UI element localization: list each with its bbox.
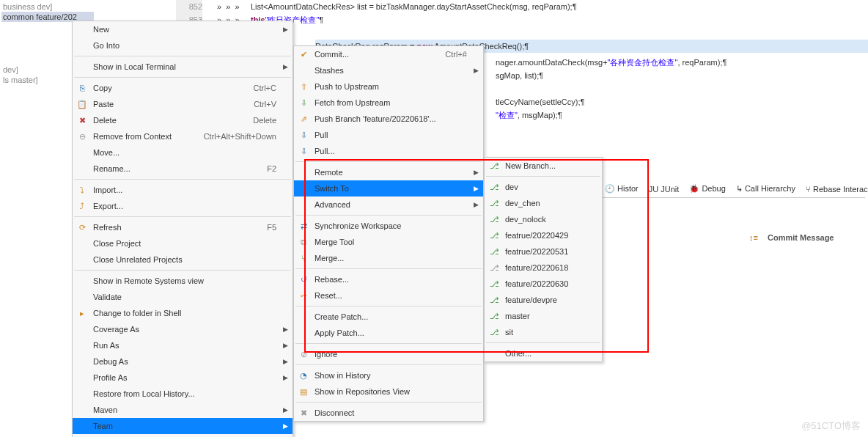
feature-20220618-icon: ⎇: [489, 262, 499, 273]
menu-item-dev-chen[interactable]: ⎇dev_chen: [485, 195, 602, 211]
menu-label: Pull...: [315, 147, 467, 155]
menu-label: Stashes: [315, 66, 467, 75]
menu-item-change-to-folder-in-shell[interactable]: ▸Change to folder in Shell: [73, 305, 293, 321]
menu-label: Show in History: [315, 371, 467, 380]
sit-icon: ⎇: [489, 327, 499, 337]
menu-item-compare-with[interactable]: Compare With▶: [73, 434, 293, 437]
menu-item-show-in-remote-systems-view[interactable]: Show in Remote Systems view: [73, 273, 293, 289]
menu-item-other[interactable]: Other...: [485, 345, 602, 361]
menu-item-fetch-from-upstream[interactable]: ⇩Fetch from Upstream: [294, 95, 483, 111]
menu-item-show-in-local-terminal[interactable]: Show in Local Terminal▶: [73, 59, 293, 75]
switch-to-submenu[interactable]: ⎇New Branch...⎇dev⎇dev_chen⎇dev_nolock⎇f…: [484, 157, 603, 362]
menu-item-delete[interactable]: ✖DeleteDelete: [73, 112, 293, 128]
menu-item-dev[interactable]: ⎇dev: [485, 179, 602, 195]
team-submenu[interactable]: ✔Commit...Ctrl+#Stashes▶⇧Push to Upstrea…: [293, 45, 484, 422]
menu-item-maven[interactable]: Maven▶: [73, 402, 293, 418]
menu-label: dev: [505, 183, 586, 191]
menu-item-go-into[interactable]: Go Into: [73, 37, 293, 54]
menu-item-switch-to[interactable]: Switch To▶: [294, 180, 483, 197]
menu-item-remove-from-context: ⊖Remove from ContextCtrl+Alt+Shift+Down: [73, 128, 293, 144]
menu-item-refresh[interactable]: ⟳RefreshF5: [73, 219, 293, 235]
context-menu[interactable]: New▶Go IntoShow in Local Terminal▶⎘CopyC…: [72, 21, 293, 437]
menu-item-feature-devpre[interactable]: ⎇feature/devpre: [485, 292, 602, 308]
menu-item-disconnect[interactable]: ✖Disconnect: [294, 405, 483, 421]
tab-junit[interactable]: JU JUnit: [649, 185, 680, 194]
menu-item-apply-patch[interactable]: Apply Patch...: [294, 325, 483, 341]
menu-item-coverage-as[interactable]: Coverage As▶: [73, 321, 293, 337]
menu-item-reset[interactable]: ⤺Reset...: [294, 287, 483, 304]
menu-item-master[interactable]: ⎇master: [485, 308, 602, 324]
disconnect-icon: ✖: [298, 408, 309, 418]
tree-item[interactable]: business dev]: [1, 1, 94, 12]
submenu-arrow-icon: ▶: [474, 169, 479, 176]
menu-item-rename[interactable]: Rename...F2: [73, 161, 293, 177]
feature-devpre-icon: ⎇: [489, 295, 499, 305]
menu-item-merge[interactable]: ⑂Merge...: [294, 250, 483, 266]
new-branch--icon: ⎇: [489, 161, 499, 171]
sort-icon[interactable]: ↕≡: [749, 233, 758, 242]
menu-item-export[interactable]: ⤴Export...: [73, 198, 293, 214]
menu-label: Remove from Context: [93, 132, 186, 141]
ignore-icon: ⊘: [298, 349, 309, 359]
menu-item-new[interactable]: New▶: [73, 21, 293, 37]
menu-item-commit[interactable]: ✔Commit...Ctrl+#: [294, 46, 483, 62]
menu-item-merge-tool: ⧉Merge Tool: [294, 234, 483, 250]
featrue-20220429-icon: ⎇: [489, 230, 499, 240]
menu-label: Delete: [93, 116, 235, 125]
tab-call-hierarchy[interactable]: ↳ Call Hierarchy: [736, 184, 795, 194]
menu-item-copy[interactable]: ⎘CopyCtrl+C: [73, 80, 293, 96]
menu-item-push-branch-feature-20220618[interactable]: ⇗Push Branch 'feature/20220618'...: [294, 111, 483, 127]
menu-item-show-in-repositories-view[interactable]: ▤Show in Repositories View: [294, 383, 483, 400]
menu-shortcut: Ctrl+#: [445, 50, 467, 59]
paste-icon: 📋: [77, 99, 87, 109]
menu-item-run-as[interactable]: Run As▶: [73, 337, 293, 353]
menu-label: Rebase...: [315, 275, 467, 284]
menu-item-advanced[interactable]: Advanced▶: [294, 197, 483, 213]
menu-label: Synchronize Workspace: [315, 221, 467, 230]
menu-label: featrue/20220429: [505, 231, 586, 240]
menu-label: New Branch...: [505, 161, 586, 170]
menu-item-show-in-history[interactable]: ◔Show in History: [294, 367, 483, 383]
menu-item-push-to-upstream[interactable]: ⇧Push to Upstream: [294, 78, 483, 95]
submenu-arrow-icon: ▶: [283, 374, 288, 381]
submenu-arrow-icon: ▶: [474, 201, 479, 208]
menu-item-stashes[interactable]: Stashes▶: [294, 62, 483, 78]
menu-label: Show in Local Terminal: [93, 62, 276, 71]
menu-item-debug-as[interactable]: Debug As▶: [73, 353, 293, 370]
tab-rebase[interactable]: ⑂ Rebase Interactive: [806, 185, 868, 194]
show-in-history-icon: ◔: [298, 370, 309, 381]
menu-item-pull[interactable]: ⇩Pull...: [294, 143, 483, 159]
menu-item-team[interactable]: Team▶: [73, 418, 293, 434]
menu-item-profile-as[interactable]: Profile As▶: [73, 370, 293, 386]
menu-item-dev-nolock[interactable]: ⎇dev_nolock: [485, 211, 602, 227]
watermark: @51CTO博客: [801, 419, 861, 433]
tab-history[interactable]: 🕘 Histor: [605, 184, 639, 194]
menu-item-create-patch[interactable]: Create Patch...: [294, 309, 483, 325]
menu-item-synchronize-workspace[interactable]: ⇄Synchronize Workspace: [294, 218, 483, 234]
reset--icon: ⤺: [298, 290, 309, 301]
menu-item-feature-20220630[interactable]: ⎇feature/20220630: [485, 276, 602, 292]
menu-label: Maven: [93, 405, 276, 414]
menu-item-close-project[interactable]: Close Project: [73, 235, 293, 251]
menu-label: featrue/20220531: [505, 247, 586, 256]
menu-item-validate[interactable]: Validate: [73, 289, 293, 305]
menu-label: Rename...: [93, 164, 249, 173]
menu-item-featrue-20220429[interactable]: ⎇featrue/20220429: [485, 227, 602, 243]
menu-shortcut: Delete: [253, 116, 276, 125]
menu-item-close-unrelated-projects[interactable]: Close Unrelated Projects: [73, 251, 293, 268]
menu-label: dev_chen: [505, 199, 586, 208]
menu-item-ignore[interactable]: ⊘Ignore: [294, 346, 483, 362]
menu-label: Team: [93, 422, 276, 430]
menu-item-restore-from-local-history[interactable]: Restore from Local History...: [73, 386, 293, 402]
menu-item-rebase[interactable]: ↺Rebase...: [294, 271, 483, 287]
menu-item-import[interactable]: ⤵Import...: [73, 182, 293, 198]
menu-item-pull[interactable]: ⇩Pull: [294, 127, 483, 143]
menu-item-remote[interactable]: Remote▶: [294, 164, 483, 180]
menu-label: feature/devpre: [505, 295, 586, 304]
submenu-arrow-icon: ▶: [283, 63, 288, 70]
tab-debug[interactable]: 🐞 Debug: [689, 184, 725, 194]
menu-item-move[interactable]: Move...: [73, 144, 293, 161]
menu-item-featrue-20220531[interactable]: ⎇featrue/20220531: [485, 243, 602, 260]
menu-item-sit[interactable]: ⎇sit: [485, 324, 602, 340]
menu-item-new-branch[interactable]: ⎇New Branch...: [485, 158, 602, 174]
